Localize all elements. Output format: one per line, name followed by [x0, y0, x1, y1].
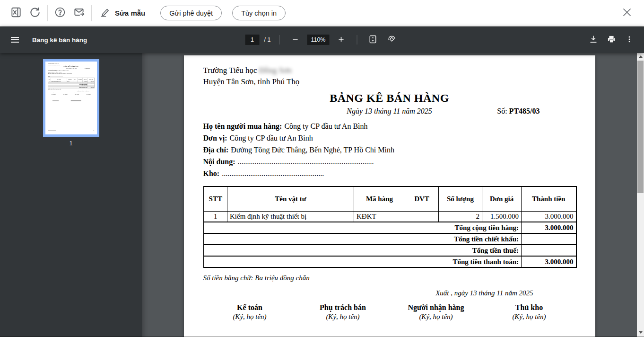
print-icon — [607, 35, 616, 45]
total-payment-row: Tổng tiền thanh toán: 3.000.000 — [204, 256, 576, 267]
col-stt: STT — [204, 186, 227, 211]
excel-export-icon — [10, 6, 22, 20]
help-button[interactable] — [51, 4, 70, 23]
close-icon — [621, 6, 633, 20]
page-thumbnail-preview: Trường Tiểu học Đồng Sơn Huyện Tân Sơn, … — [45, 62, 52, 134]
goods-table: STT Tên vật tư Mã hàng ĐVT Số lượng Đơn … — [203, 186, 577, 268]
table-row: 1 Kiểm định kỹ thuật thiết bị KĐKT 2 1.5… — [204, 211, 576, 222]
document-area: Trường Tiểu học Đồng Sơn Huyện Tân Sơn, … — [142, 53, 637, 337]
export-excel-button[interactable] — [7, 4, 26, 23]
scrollbar-up-button[interactable] — [637, 53, 644, 60]
pdf-document-title: Bảng kê bán hàng — [32, 36, 87, 44]
refresh-icon — [29, 6, 41, 20]
signature-receiver: Người nhận hàng (Ký, họ tên) — [390, 303, 483, 321]
total-discount-row: Tổng tiền chiết khấu: — [204, 233, 576, 245]
signature-row: Kế toán (Ký, họ tên) Phụ trách bán (Ký, … — [203, 303, 576, 321]
pdf-action-buttons — [586, 33, 644, 47]
org-district-line: Huyện Tân Sơn, tỉnh Phú Thọ — [203, 76, 576, 88]
col-quantity: Số lượng — [439, 186, 482, 211]
rotate-icon — [387, 35, 396, 45]
col-amount: Thành tiền — [522, 186, 576, 211]
close-button[interactable] — [617, 3, 637, 24]
rotate-button[interactable] — [384, 33, 399, 47]
refresh-button[interactable] — [26, 4, 44, 23]
edit-template-label: Sửa mẫu — [115, 9, 145, 17]
download-icon — [589, 35, 598, 45]
pdf-page-controls: 1 / 1 110% — [245, 27, 399, 53]
send-mail-button[interactable] — [70, 4, 88, 23]
fit-page-button[interactable] — [366, 33, 380, 47]
signature-sales: Phụ trách bán (Ký, họ tên) — [296, 303, 390, 321]
document-title: BẢNG KÊ BÁN HÀNG — [203, 92, 576, 105]
info-warehouse: Kho:....................................… — [203, 168, 576, 179]
send-mail-icon — [73, 6, 85, 20]
fit-page-icon — [368, 35, 377, 45]
date-row: Ngày 13 tháng 11 năm 2025 Số: PT485/03 — [203, 107, 576, 117]
org-name-line: Trường Tiểu học Đồng Sơn — [203, 65, 576, 76]
page-count-label: / 1 — [264, 36, 271, 43]
buyer-info: Họ tên người mua hàng:Công ty CP đầu tư … — [203, 120, 576, 179]
sidebar-menu-button[interactable] — [4, 30, 26, 49]
document-date: Ngày 13 tháng 11 năm 2025 — [347, 107, 432, 115]
zoom-in-button[interactable] — [334, 33, 348, 47]
col-unit: ĐVT — [405, 186, 439, 211]
signature-accountant: Kế toán (Ký, họ tên) — [203, 303, 296, 321]
zoom-out-button[interactable] — [288, 33, 302, 47]
col-item-name: Tên vật tư — [227, 186, 354, 211]
print-options-button[interactable]: Tùy chọn in — [232, 6, 286, 20]
print-button[interactable] — [604, 33, 618, 47]
signature-storekeeper: Thủ kho (Ký, họ tên) — [483, 303, 576, 321]
page-number-input[interactable]: 1 — [245, 35, 260, 45]
toolbar-separator — [279, 35, 279, 44]
info-buyer-name: Họ tên người mua hàng:Công ty CP đầu tư … — [203, 120, 576, 132]
total-goods-row: Tổng cộng tiền hàng: 3.000.000 — [204, 222, 576, 233]
info-address: Địa chỉ:Đường Tông Đức Thắng, Bến Nghé, … — [203, 144, 576, 156]
toolbar-divider — [47, 5, 48, 21]
info-unit: Đơn vị:Công ty CP đầu tư An Bình — [203, 132, 576, 144]
pdf-toolbar: Bảng kê bán hàng 1 / 1 110% — [0, 27, 644, 53]
total-tax-row: Tổng tiền thuế: — [204, 245, 576, 256]
table-header-row: STT Tên vật tư Mã hàng ĐVT Số lượng Đơn … — [204, 186, 576, 211]
scrollbar-thumb[interactable] — [637, 61, 644, 193]
document-number: Số: PT485/03 — [497, 107, 540, 115]
info-content: Nội dung:...............................… — [203, 156, 576, 168]
amount-in-words: Số tiền bằng chữ: Ba triệu đồng chẵn — [203, 274, 576, 282]
document-page: Trường Tiểu học Đồng Sơn Huyện Tân Sơn, … — [184, 55, 595, 337]
zoom-level-display: 110% — [307, 35, 329, 45]
top-toolbar: Sửa mẫu Gửi phê duyệt Tùy chọn in — [0, 0, 644, 27]
send-approval-button[interactable]: Gửi phê duyệt — [160, 6, 222, 20]
thumbnail-sidebar: Trường Tiểu học Đồng Sơn Huyện Tân Sơn, … — [0, 53, 142, 337]
help-icon — [54, 6, 66, 20]
toolbar-separator — [357, 35, 357, 44]
thumbnail-page-number: 1 — [70, 140, 73, 147]
edit-pencil-icon — [99, 7, 111, 19]
toolbar-divider — [91, 5, 92, 21]
issue-date-line: Xuất , ngày 13 tháng 11 năm 2025 — [203, 289, 576, 297]
col-item-code: Mã hàng — [354, 186, 405, 211]
vertical-scrollbar[interactable] — [637, 53, 644, 337]
scrollbar-down-button[interactable] — [637, 329, 644, 336]
download-button[interactable] — [586, 33, 600, 47]
pdf-viewer: Trường Tiểu học Đồng Sơn Huyện Tân Sơn, … — [0, 53, 644, 337]
zoom-out-icon — [291, 35, 299, 45]
redacted-school-name: Đồng Sơn — [259, 66, 292, 75]
more-options-icon — [625, 35, 634, 45]
more-options-button[interactable] — [622, 33, 636, 47]
edit-template-button[interactable]: Sửa mẫu — [95, 4, 150, 22]
col-unit-price: Đơn giá — [482, 186, 522, 211]
zoom-in-icon — [337, 35, 345, 45]
page-thumbnail[interactable]: Trường Tiểu học Đồng Sơn Huyện Tân Sơn, … — [43, 59, 99, 137]
